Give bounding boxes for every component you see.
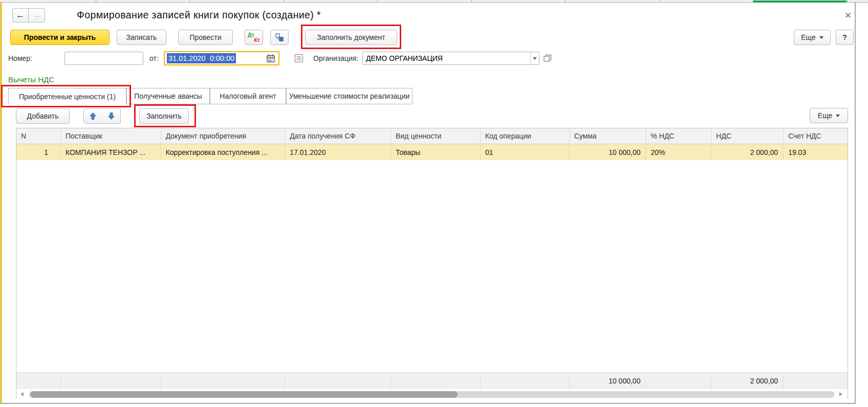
cell-vat-account[interactable]: 19.03 — [784, 144, 848, 160]
move-up-button[interactable] — [83, 108, 102, 124]
strip-divider — [847, 0, 848, 3]
date-label: от: — [149, 52, 159, 65]
table-totals-row: 10 000,00 2 000,00 — [16, 372, 848, 389]
column-header-supplier[interactable]: Поставщик — [61, 128, 161, 144]
total-empty — [285, 373, 391, 389]
tab-label: Приобретенные ценности (1) — [19, 93, 116, 101]
column-header-vat-percent[interactable]: % НДС — [646, 128, 711, 144]
more-label: Еще — [801, 33, 816, 41]
cell-vat-percent[interactable]: 20% — [646, 144, 711, 160]
column-header-operation-code[interactable]: Код операции — [481, 128, 570, 144]
forward-icon: → — [32, 10, 41, 20]
history-list-icon[interactable] — [294, 53, 304, 63]
cell-supplier[interactable]: КОМПАНИЯ ТЕНЗОР ... — [61, 144, 161, 160]
column-header-purchase-document[interactable]: Документ приобретения — [161, 128, 286, 144]
cell-value-type[interactable]: Товары — [391, 144, 481, 160]
column-header-invoice-date[interactable]: Дата получения СФ — [285, 128, 391, 144]
tab-received-advances[interactable]: Полученные авансы — [126, 88, 210, 104]
structure-icon — [275, 33, 284, 42]
arrow-down-icon — [107, 112, 115, 120]
tab-sales-cost-reduction[interactable]: Уменьшение стоимости реализации — [286, 88, 413, 104]
cell-amount[interactable]: 10 000,00 — [570, 144, 646, 160]
post-and-close-button[interactable]: Провести и закрыть — [10, 30, 110, 45]
total-empty — [646, 373, 711, 389]
section-title-vat-deductions: Вычеты НДС — [8, 75, 54, 84]
more-button-table[interactable]: Еще — [810, 108, 848, 123]
post-button[interactable]: Провести — [178, 30, 233, 45]
save-button[interactable]: Записать — [117, 30, 166, 45]
add-row-button[interactable]: Добавить — [16, 108, 70, 124]
more-label: Еще — [818, 111, 833, 120]
post-label: Провести — [190, 33, 222, 41]
fill-document-button[interactable]: Заполнить документ — [305, 30, 397, 45]
total-empty — [391, 373, 481, 389]
total-empty — [161, 373, 286, 389]
column-header-amount[interactable]: Сумма — [570, 128, 646, 144]
dt-kt-button[interactable]: Дт Кт — [245, 30, 263, 45]
column-header-vat[interactable]: НДС — [711, 128, 784, 144]
active-tab-indicator — [753, 1, 847, 3]
fill-document-label: Заполнить документ — [317, 33, 385, 41]
arrow-up-icon — [89, 112, 97, 120]
fill-label: Заполнить — [146, 112, 182, 120]
chevron-down-icon — [836, 115, 840, 117]
organization-value: ДЕМО ОРГАНИЗАЦИЯ — [366, 54, 443, 62]
tab-label: Налоговый агент — [220, 92, 276, 100]
document-structure-button[interactable] — [270, 30, 289, 45]
tab-label: Уменьшение стоимости реализации — [289, 92, 410, 100]
total-empty — [16, 373, 61, 389]
total-amount: 10 000,00 — [570, 373, 646, 389]
dt-label: Дт — [248, 32, 254, 38]
back-button[interactable]: ← — [12, 8, 29, 22]
help-label: ? — [842, 33, 847, 41]
strip-divider — [377, 0, 378, 3]
calendar-icon[interactable] — [266, 54, 275, 63]
back-icon: ← — [16, 10, 25, 20]
save-label: Записать — [126, 33, 157, 41]
move-down-button[interactable] — [102, 108, 121, 124]
horizontal-scrollbar[interactable] — [16, 390, 848, 399]
organization-input[interactable]: ДЕМО ОРГАНИЗАЦИЯ — [362, 52, 539, 65]
cell-n[interactable]: 1 — [16, 144, 61, 160]
column-header-n[interactable]: N — [16, 128, 61, 144]
window-right-border — [855, 3, 856, 404]
app-tab-strip — [0, 0, 868, 3]
forward-button[interactable]: → — [29, 8, 45, 22]
number-input[interactable] — [64, 52, 143, 65]
organization-label: Организация: — [313, 52, 358, 65]
total-empty — [61, 373, 161, 389]
more-button-top[interactable]: Еще — [794, 30, 831, 45]
page-title: Формирование записей книги покупок (созд… — [77, 9, 321, 21]
chevron-down-icon — [819, 36, 823, 39]
tab-label: Полученные авансы — [134, 92, 202, 100]
cell-invoice-date[interactable]: 17.01.2020 — [285, 144, 391, 160]
organization-dropdown-button[interactable] — [530, 52, 538, 64]
close-icon[interactable]: ✕ — [844, 10, 852, 20]
cell-purchase-document[interactable]: Корректировка поступления ... — [161, 144, 286, 160]
form-left-accent — [0, 3, 2, 403]
open-organization-icon[interactable] — [542, 53, 553, 63]
dt-kt-icon: Дт Кт — [245, 30, 263, 44]
table-row[interactable]: 1 КОМПАНИЯ ТЕНЗОР ... Корректировка пост… — [16, 144, 848, 160]
date-input[interactable]: 31.01.2020 0:00:00 — [164, 51, 279, 65]
strip-divider — [189, 0, 190, 3]
strip-divider — [659, 0, 660, 3]
fill-button[interactable]: Заполнить — [139, 108, 189, 124]
kt-label: Кт — [254, 37, 260, 43]
scrollbar-thumb[interactable] — [30, 391, 458, 398]
tab-tax-agent[interactable]: Налоговый агент — [210, 88, 286, 104]
add-label: Добавить — [27, 112, 59, 120]
date-value-selected: 31.01.2020 0:00:00 — [167, 53, 236, 63]
strip-divider — [96, 0, 96, 3]
column-header-value-type[interactable]: Вид ценности — [391, 128, 481, 144]
help-button[interactable]: ? — [836, 30, 854, 45]
cell-operation-code[interactable]: 01 — [481, 144, 570, 160]
cell-vat[interactable]: 2 000,00 — [711, 144, 784, 160]
total-empty — [481, 373, 570, 389]
strip-divider — [565, 0, 566, 3]
column-header-vat-account[interactable]: Счет НДС — [784, 128, 848, 144]
chevron-down-icon — [533, 57, 537, 60]
scroll-right-icon[interactable] — [839, 392, 842, 396]
scroll-left-icon[interactable] — [20, 392, 24, 396]
tab-acquired-values[interactable]: Приобретенные ценности (1) — [8, 88, 126, 104]
